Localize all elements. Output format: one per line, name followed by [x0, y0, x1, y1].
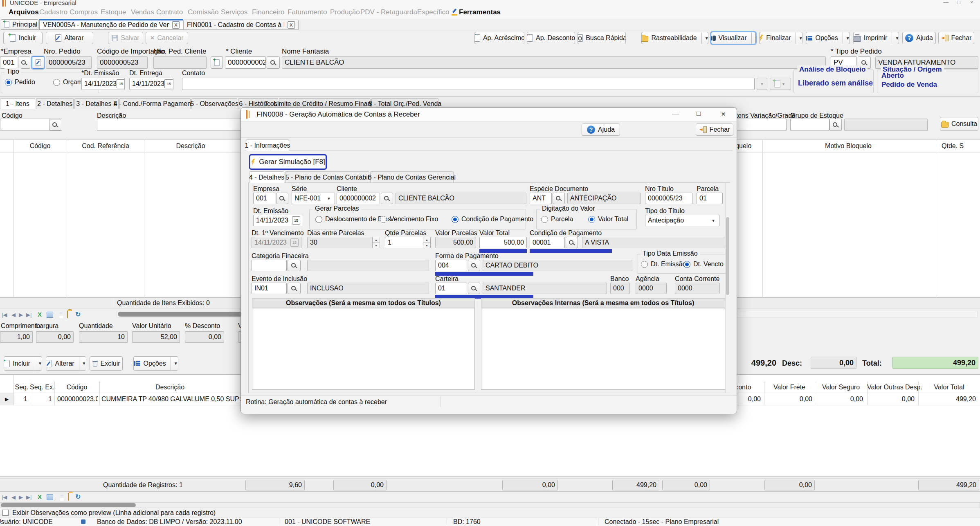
pager-folder-icon[interactable]	[67, 310, 68, 318]
m-cliente-lookup-button[interactable]	[381, 193, 393, 204]
ap-desconto-button[interactable]: Ap. Desconto	[527, 32, 575, 44]
opcoes-dropdown-icon[interactable]: ▼	[843, 32, 850, 44]
workspace-tab-principal[interactable]: Principal	[1, 19, 38, 30]
gerar-simulacao-button[interactable]: Gerar Simulação [F8]	[249, 154, 327, 170]
cancelar-button[interactable]: ×Cancelar	[146, 32, 188, 44]
valor-total-radio[interactable]: Valor Total	[588, 216, 628, 223]
grid-header-qtde[interactable]: Qtde. S	[942, 142, 964, 150]
m-categoria-lookup-button[interactable]	[288, 260, 301, 271]
pager2-last-icon[interactable]	[26, 494, 31, 500]
pager2-excel-icon[interactable]	[38, 493, 42, 500]
m-empresa-field[interactable]: 001	[253, 193, 275, 204]
menu-cadastro[interactable]: Cadastro	[39, 8, 67, 16]
busca-rapida-button[interactable]: Busca Rápida	[578, 32, 626, 44]
deslocamento-radio-icon[interactable]	[315, 216, 322, 223]
empresa-field[interactable]: 001	[0, 56, 17, 69]
incluir-button[interactable]: Incluir	[3, 32, 43, 44]
pager-last-icon[interactable]	[26, 312, 31, 318]
menu-contrato[interactable]: Contrato	[156, 8, 183, 16]
modal-subtab-detalhes[interactable]: 4 - Detalhes	[249, 171, 284, 183]
item-codigo-lookup-button[interactable]	[49, 119, 61, 130]
m-especie-field[interactable]: ANT	[530, 193, 552, 204]
grid-header-codigo[interactable]: Código	[13, 142, 67, 150]
m-parcela-field[interactable]: 01	[697, 193, 723, 204]
grid-header-cod-referencia[interactable]: Cod. Referência	[67, 142, 144, 150]
tipo-pedido-radio-icon[interactable]	[5, 79, 12, 86]
pager2-first-icon[interactable]	[2, 494, 7, 500]
dt-entrega-field[interactable]: 14/11/2023	[129, 78, 173, 90]
dt-emissao-radio[interactable]: Dt. Emissão	[641, 261, 686, 268]
cliente-lookup-button[interactable]	[267, 56, 280, 69]
m-cliente-field[interactable]: 0000000002	[337, 193, 380, 204]
pager2-folder-icon[interactable]	[68, 493, 69, 501]
window-maximize-button[interactable]: □	[957, 0, 960, 5]
pager-refresh-icon[interactable]	[75, 310, 81, 318]
contato-combo-button[interactable]	[757, 78, 767, 90]
m-cond-field[interactable]: 00001	[530, 237, 565, 248]
menu-especifico[interactable]: Específico	[417, 8, 449, 16]
menu-servicos[interactable]: Serviços	[221, 8, 247, 16]
m-forma-field[interactable]: 004	[435, 260, 467, 271]
m-evento-field[interactable]: IN01	[252, 283, 287, 294]
m-cond-lookup-button[interactable]	[566, 237, 578, 248]
pager2-grid-icon[interactable]	[47, 494, 53, 500]
pager2-prev-icon[interactable]	[11, 494, 16, 500]
dt-emissao-calendar-icon[interactable]	[117, 79, 125, 88]
modal-maximize-button[interactable]: □	[697, 110, 701, 118]
contato-new-button[interactable]	[770, 78, 791, 90]
order-tab-observacoes[interactable]: 5 - Observações	[191, 98, 237, 109]
grid2-header-valor-seguro[interactable]: Valor Seguro	[815, 384, 867, 391]
receivables-tab-close-icon[interactable]: X	[288, 21, 295, 29]
modal-scrollbar-thumb[interactable]	[726, 217, 729, 295]
order-tab-close-icon[interactable]: X	[172, 21, 180, 29]
visualizar-dropdown-icon[interactable]: ▼	[751, 32, 756, 44]
alterar-button[interactable]: Alterar	[46, 32, 93, 44]
visualizar-button[interactable]: Visualizar▼	[711, 32, 756, 44]
grid2-header-valor-frete[interactable]: Valor Frete	[764, 384, 815, 391]
grid2-header-seq[interactable]: Seq.	[13, 384, 30, 391]
m-serie-combo[interactable]: NFE-001	[292, 193, 335, 204]
grid2-header-valor-total[interactable]: Valor Total	[918, 384, 980, 391]
grid2-header-descricao[interactable]: Descrição	[99, 384, 241, 391]
obs-textarea[interactable]	[252, 308, 475, 390]
row-alterar-dropdown-icon[interactable]: ▼	[79, 357, 86, 370]
imprimir-dropdown-icon[interactable]: ▼	[892, 32, 899, 44]
menu-faturamento[interactable]: Faturamento	[288, 8, 327, 16]
m-categoria-field[interactable]	[252, 260, 287, 271]
tipo-orcamento-radio-icon[interactable]	[53, 79, 60, 86]
pager-grid-icon[interactable]	[47, 312, 53, 318]
grupo-estoque-lookup-button[interactable]	[829, 119, 842, 131]
condicao-pagamento-radio[interactable]: Condição de Pagamento	[452, 216, 533, 223]
dt-entrega-calendar-icon[interactable]	[164, 79, 173, 88]
m-qtde-spinner[interactable]	[423, 237, 430, 248]
modal-close-button[interactable]: ×	[721, 110, 726, 119]
menu-compras[interactable]: Compras	[70, 8, 98, 16]
row-excluir-button[interactable]: Excluir	[90, 356, 123, 371]
menu-estoque[interactable]: Estoque	[101, 8, 126, 16]
m-dt-emissao-field[interactable]: 14/11/2023	[253, 215, 303, 226]
pager-excel-icon[interactable]	[38, 311, 42, 318]
preview-checkbox[interactable]	[2, 510, 9, 516]
m-dt-venc-field[interactable]: 14/11/2023	[252, 237, 301, 248]
consulta-button[interactable]: Consulta	[940, 117, 978, 131]
m-evento-lookup-button[interactable]	[288, 283, 301, 294]
menu-arquivos[interactable]: Arquivos	[9, 8, 39, 16]
salvar-button[interactable]: Salvar	[108, 32, 143, 44]
m-valor-total-field[interactable]: 500,00	[479, 237, 527, 248]
modal-ajuda-button[interactable]: Ajuda	[582, 124, 620, 136]
row-opcoes-button[interactable]: Opções▼	[133, 356, 178, 371]
menu-vendas[interactable]: Vendas	[131, 8, 154, 16]
nro-ped-cliente-field[interactable]	[153, 56, 207, 69]
row-incluir-dropdown-icon[interactable]: ▼	[35, 357, 42, 370]
modal-tab-informacoes[interactable]: 1 - Informações	[246, 139, 289, 151]
m-dt-emissao-calendar-icon[interactable]	[292, 216, 300, 225]
m-dias-spinner[interactable]	[372, 237, 380, 248]
vencimento-fixo-radio[interactable]: Vencimento Fixo	[380, 216, 438, 223]
dt-vencto-radio[interactable]: Dt. Vencto	[683, 261, 724, 268]
order-tab-detalhes[interactable]: 2 - Detalhes	[36, 98, 74, 109]
menu-comissao[interactable]: Comissão	[188, 8, 219, 16]
window-minimize-button[interactable]: —	[943, 0, 949, 5]
horizontal-scrollbar-2-thumb[interactable]	[1, 503, 136, 507]
m-tipo-titulo-combo[interactable]: Antecipação	[645, 215, 719, 226]
grid2-header-seq-ex[interactable]: Seq. Ex.	[30, 384, 54, 391]
